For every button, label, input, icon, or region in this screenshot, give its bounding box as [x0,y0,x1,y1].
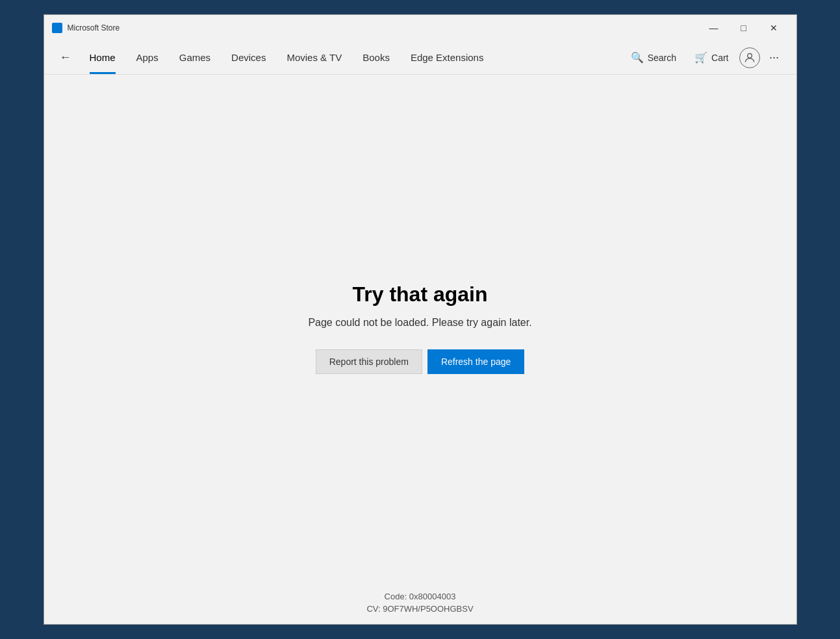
search-icon: 🔍 [631,51,644,64]
nav-item-devices[interactable]: Devices [221,41,276,74]
title-bar: Microsoft Store — □ ✕ [44,15,796,41]
report-problem-button[interactable]: Report this problem [316,349,422,374]
window-title: Microsoft Store [68,23,120,32]
nav-item-edge-extensions[interactable]: Edge Extensions [400,41,494,74]
error-buttons: Report this problem Refresh the page [316,349,525,374]
minimize-button[interactable]: — [699,18,729,38]
refresh-page-button[interactable]: Refresh the page [427,349,524,374]
title-bar-controls: — □ ✕ [699,18,789,38]
more-options-button[interactable]: ··· [763,46,786,69]
search-button[interactable]: 🔍 Search [623,47,684,68]
error-title: Try that again [352,282,487,307]
error-subtitle: Page could not be loaded. Please try aga… [308,317,531,329]
nav-item-games[interactable]: Games [169,41,221,74]
error-footer: Code: 0x80004003 CV: 9OF7WH/P5OOHGBSV [44,581,796,624]
app-icon [52,23,62,33]
error-cv: CV: 9OF7WH/P5OOHGBSV [55,604,786,614]
nav-items: Home Apps Games Devices Movies & TV Book… [79,41,494,74]
error-code: Code: 0x80004003 [55,592,786,601]
microsoft-store-window: Microsoft Store — □ ✕ ← Home Apps Games … [44,14,797,625]
user-account-button[interactable] [739,47,760,68]
maximize-button[interactable]: □ [729,18,759,38]
nav-item-apps[interactable]: Apps [126,41,169,74]
cart-button[interactable]: 🛒 Cart [687,47,736,68]
nav-item-home[interactable]: Home [79,41,126,74]
nav-item-books[interactable]: Books [352,41,400,74]
nav-item-movies[interactable]: Movies & TV [276,41,352,74]
nav-bar: ← Home Apps Games Devices Movies & TV Bo… [44,41,796,75]
title-bar-left: Microsoft Store [52,23,120,33]
nav-right: 🔍 Search 🛒 Cart ··· [623,46,786,69]
svg-point-0 [747,53,752,58]
error-content: Try that again Page could not be loaded.… [44,75,796,581]
cart-icon: 🛒 [694,51,707,64]
back-button[interactable]: ← [55,45,77,69]
close-button[interactable]: ✕ [759,18,789,38]
